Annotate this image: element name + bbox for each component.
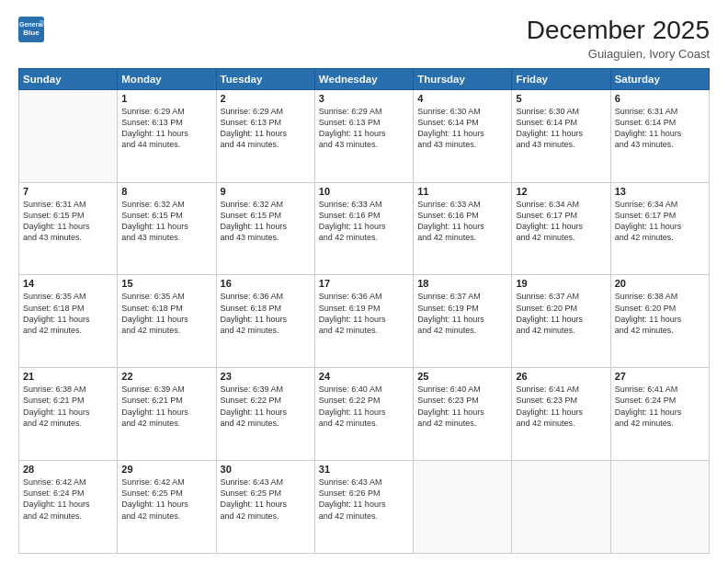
logo: General Blue [18,17,46,42]
day-number: 4 [417,93,507,104]
day-header-thursday: Thursday [414,68,512,89]
day-info: Sunrise: 6:33 AMSunset: 6:16 PMDaylight:… [319,199,409,244]
day-number: 14 [23,278,113,289]
day-header-monday: Monday [118,68,216,89]
day-info: Sunrise: 6:30 AMSunset: 6:14 PMDaylight:… [516,106,606,151]
calendar-cell: 13Sunrise: 6:34 AMSunset: 6:17 PMDayligh… [610,182,709,275]
day-number: 13 [615,186,705,197]
day-number: 1 [121,93,211,104]
day-info: Sunrise: 6:31 AMSunset: 6:14 PMDaylight:… [615,106,705,151]
calendar-cell: 21Sunrise: 6:38 AMSunset: 6:21 PMDayligh… [19,368,118,461]
calendar-week-row: 28Sunrise: 6:42 AMSunset: 6:24 PMDayligh… [19,461,710,554]
day-info: Sunrise: 6:34 AMSunset: 6:17 PMDaylight:… [615,199,705,244]
day-info: Sunrise: 6:29 AMSunset: 6:13 PMDaylight:… [319,106,409,151]
day-info: Sunrise: 6:32 AMSunset: 6:15 PMDaylight:… [121,199,211,244]
day-number: 24 [319,371,409,382]
day-info: Sunrise: 6:41 AMSunset: 6:24 PMDaylight:… [615,384,705,429]
day-info: Sunrise: 6:35 AMSunset: 6:18 PMDaylight:… [23,291,113,336]
day-info: Sunrise: 6:42 AMSunset: 6:24 PMDaylight:… [23,477,113,522]
day-number: 27 [615,371,705,382]
day-info: Sunrise: 6:29 AMSunset: 6:13 PMDaylight:… [221,106,311,151]
calendar-cell: 5Sunrise: 6:30 AMSunset: 6:14 PMDaylight… [512,89,610,182]
calendar-cell: 9Sunrise: 6:32 AMSunset: 6:15 PMDaylight… [216,182,314,275]
calendar-cell: 4Sunrise: 6:30 AMSunset: 6:14 PMDaylight… [414,89,512,182]
calendar-cell: 17Sunrise: 6:36 AMSunset: 6:19 PMDayligh… [314,275,413,368]
day-number: 19 [516,278,606,289]
day-header-wednesday: Wednesday [314,68,413,89]
day-number: 25 [417,371,507,382]
calendar-cell: 6Sunrise: 6:31 AMSunset: 6:14 PMDaylight… [610,89,709,182]
day-info: Sunrise: 6:37 AMSunset: 6:20 PMDaylight:… [516,291,606,336]
day-number: 23 [221,371,311,382]
calendar-cell: 10Sunrise: 6:33 AMSunset: 6:16 PMDayligh… [314,182,413,275]
day-info: Sunrise: 6:36 AMSunset: 6:18 PMDaylight:… [221,291,311,336]
calendar-table: SundayMondayTuesdayWednesdayThursdayFrid… [18,68,710,554]
svg-text:Blue: Blue [23,29,40,37]
day-number: 9 [221,186,311,197]
day-info: Sunrise: 6:31 AMSunset: 6:15 PMDaylight:… [23,199,113,244]
day-header-friday: Friday [512,68,610,89]
day-number: 3 [319,93,409,104]
day-info: Sunrise: 6:30 AMSunset: 6:14 PMDaylight:… [417,106,507,151]
day-number: 26 [516,371,606,382]
calendar-cell: 16Sunrise: 6:36 AMSunset: 6:18 PMDayligh… [216,275,314,368]
day-number: 2 [221,93,311,104]
calendar-cell: 18Sunrise: 6:37 AMSunset: 6:19 PMDayligh… [414,275,512,368]
day-info: Sunrise: 6:35 AMSunset: 6:18 PMDaylight:… [121,291,211,336]
day-info: Sunrise: 6:37 AMSunset: 6:19 PMDaylight:… [417,291,507,336]
day-number: 16 [221,278,311,289]
day-info: Sunrise: 6:43 AMSunset: 6:26 PMDaylight:… [319,477,409,522]
day-number: 15 [121,278,211,289]
page: General Blue December 2025 Guiaguien, Iv… [0,0,728,563]
calendar-cell [512,461,610,554]
calendar-cell: 28Sunrise: 6:42 AMSunset: 6:24 PMDayligh… [19,461,118,554]
calendar-cell: 31Sunrise: 6:43 AMSunset: 6:26 PMDayligh… [314,461,413,554]
calendar-cell: 29Sunrise: 6:42 AMSunset: 6:25 PMDayligh… [118,461,216,554]
day-number: 12 [516,186,606,197]
calendar-cell [19,89,118,182]
month-year: December 2025 [527,17,710,45]
day-info: Sunrise: 6:36 AMSunset: 6:19 PMDaylight:… [319,291,409,336]
day-number: 11 [417,186,507,197]
calendar-cell: 14Sunrise: 6:35 AMSunset: 6:18 PMDayligh… [19,275,118,368]
day-info: Sunrise: 6:34 AMSunset: 6:17 PMDaylight:… [516,199,606,244]
day-info: Sunrise: 6:41 AMSunset: 6:23 PMDaylight:… [516,384,606,429]
calendar-cell: 3Sunrise: 6:29 AMSunset: 6:13 PMDaylight… [314,89,413,182]
day-info: Sunrise: 6:40 AMSunset: 6:22 PMDaylight:… [319,384,409,429]
location: Guiaguien, Ivory Coast [527,47,710,61]
day-info: Sunrise: 6:43 AMSunset: 6:25 PMDaylight:… [221,477,311,522]
calendar-cell: 15Sunrise: 6:35 AMSunset: 6:18 PMDayligh… [118,275,216,368]
day-header-sunday: Sunday [19,68,118,89]
day-number: 29 [121,464,211,475]
calendar-cell: 30Sunrise: 6:43 AMSunset: 6:25 PMDayligh… [216,461,314,554]
day-info: Sunrise: 6:38 AMSunset: 6:20 PMDaylight:… [615,291,705,336]
day-number: 8 [121,186,211,197]
calendar-cell: 8Sunrise: 6:32 AMSunset: 6:15 PMDaylight… [118,182,216,275]
day-number: 22 [121,371,211,382]
day-number: 28 [23,464,113,475]
calendar-cell: 19Sunrise: 6:37 AMSunset: 6:20 PMDayligh… [512,275,610,368]
day-info: Sunrise: 6:39 AMSunset: 6:22 PMDaylight:… [221,384,311,429]
day-number: 30 [221,464,311,475]
calendar-cell: 11Sunrise: 6:33 AMSunset: 6:16 PMDayligh… [414,182,512,275]
day-number: 17 [319,278,409,289]
title-block: December 2025 Guiaguien, Ivory Coast [527,17,710,61]
calendar-cell [610,461,709,554]
day-number: 31 [319,464,409,475]
calendar-cell: 24Sunrise: 6:40 AMSunset: 6:22 PMDayligh… [314,368,413,461]
calendar-cell: 7Sunrise: 6:31 AMSunset: 6:15 PMDaylight… [19,182,118,275]
day-info: Sunrise: 6:29 AMSunset: 6:13 PMDaylight:… [121,106,211,151]
day-info: Sunrise: 6:40 AMSunset: 6:23 PMDaylight:… [417,384,507,429]
calendar-cell: 2Sunrise: 6:29 AMSunset: 6:13 PMDaylight… [216,89,314,182]
calendar-week-row: 1Sunrise: 6:29 AMSunset: 6:13 PMDaylight… [19,89,710,182]
calendar-cell: 22Sunrise: 6:39 AMSunset: 6:21 PMDayligh… [118,368,216,461]
calendar-week-row: 7Sunrise: 6:31 AMSunset: 6:15 PMDaylight… [19,182,710,275]
day-number: 18 [417,278,507,289]
calendar-cell: 12Sunrise: 6:34 AMSunset: 6:17 PMDayligh… [512,182,610,275]
calendar-cell: 26Sunrise: 6:41 AMSunset: 6:23 PMDayligh… [512,368,610,461]
day-info: Sunrise: 6:42 AMSunset: 6:25 PMDaylight:… [121,477,211,522]
day-header-saturday: Saturday [610,68,709,89]
day-number: 6 [615,93,705,104]
day-info: Sunrise: 6:33 AMSunset: 6:16 PMDaylight:… [417,199,507,244]
day-header-tuesday: Tuesday [216,68,314,89]
